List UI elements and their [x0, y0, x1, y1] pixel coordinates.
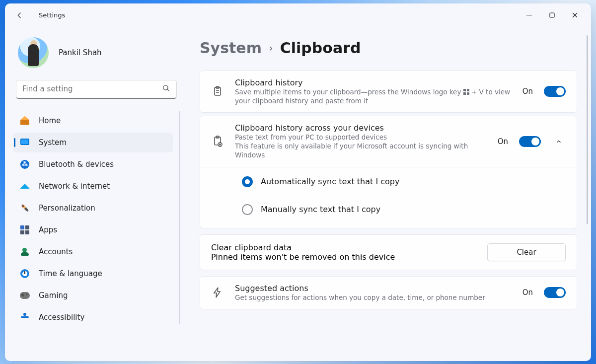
card-title: Clear clipboard data — [211, 243, 476, 252]
radio-label: Automatically sync text that I copy — [261, 177, 399, 186]
sidebar-scrollbar[interactable] — [179, 111, 180, 324]
nav-accessibility[interactable]: Accessibility — [13, 307, 173, 327]
card-desc-2: This feature is only available if your M… — [235, 142, 487, 159]
bluetooth-icon: ⁂ — [20, 159, 30, 169]
radio-icon — [242, 204, 253, 215]
toggle-state: On — [522, 87, 533, 96]
wifi-icon — [20, 181, 30, 191]
apps-icon — [20, 225, 30, 235]
nav-system[interactable]: System — [13, 133, 173, 152]
card-desc: Get suggestions for actions when you cop… — [235, 293, 512, 302]
toggle-sync[interactable] — [519, 136, 541, 147]
card-sync-header[interactable]: Clipboard history across your devices Pa… — [200, 116, 577, 167]
main-content: System › Clipboard Clipboard history Sav… — [188, 27, 591, 361]
breadcrumb: System › Clipboard — [200, 39, 577, 57]
card-desc: Save multiple items to your clipboard—pr… — [235, 87, 512, 105]
nav-label: Personalization — [39, 204, 95, 213]
svg-point-7 — [218, 143, 222, 146]
card-desc: Paste text from your PC to supported dev… — [235, 133, 487, 142]
sidebar: Pankil Shah Home System — [5, 27, 188, 361]
clipboard-sync-icon — [211, 136, 224, 147]
nav-accounts[interactable]: Accounts — [13, 242, 173, 262]
nav-label: Accessibility — [39, 313, 84, 322]
card-desc: Pinned items won't be removed on this de… — [211, 252, 476, 262]
brush-icon — [20, 203, 30, 213]
minimize-button[interactable] — [518, 6, 540, 24]
lightning-icon — [211, 287, 224, 298]
toggle-state: On — [522, 288, 533, 297]
radio-auto-sync[interactable]: Automatically sync text that I copy — [242, 176, 566, 187]
nav-label: Network & internet — [39, 182, 110, 191]
close-button[interactable] — [563, 6, 586, 24]
nav-label: Accounts — [39, 247, 73, 256]
svg-rect-1 — [550, 13, 554, 17]
nav-time[interactable]: Time & language — [13, 264, 173, 284]
breadcrumb-parent[interactable]: System — [200, 39, 262, 57]
system-icon — [20, 138, 30, 147]
toggle-state: On — [498, 137, 508, 146]
search-icon — [162, 84, 170, 94]
search-input[interactable] — [22, 84, 162, 93]
nav-list: Home System ⁂ Bluetooth & devices Networ… — [13, 111, 180, 327]
card-title: Suggested actions — [235, 284, 512, 293]
maximize-button[interactable] — [540, 6, 563, 24]
chevron-up-icon[interactable] — [552, 138, 566, 145]
clock-icon — [20, 269, 30, 279]
home-icon — [20, 116, 30, 126]
clipboard-icon — [211, 85, 224, 97]
card-title: Clipboard history — [235, 78, 512, 87]
nav-gaming[interactable]: Gaming — [13, 286, 173, 305]
card-clipboard-history: Clipboard history Save multiple items to… — [200, 71, 577, 113]
nav-personalization[interactable]: Personalization — [13, 198, 173, 218]
accessibility-icon — [20, 312, 30, 322]
main-scrollbar[interactable] — [587, 35, 588, 224]
toggle-clipboard-history[interactable] — [544, 86, 566, 97]
svg-point-2 — [163, 85, 168, 89]
user-name: Pankil Shah — [59, 48, 102, 57]
sync-options: Automatically sync text that I copy Manu… — [200, 167, 577, 228]
svg-rect-0 — [526, 15, 532, 15]
nav-network[interactable]: Network & internet — [13, 176, 173, 196]
chevron-right-icon: › — [269, 42, 273, 54]
person-icon — [20, 247, 30, 257]
breadcrumb-current: Clipboard — [280, 39, 361, 57]
radio-label: Manually sync text that I copy — [261, 205, 380, 214]
nav-label: Gaming — [39, 291, 68, 300]
window-controls — [518, 6, 586, 24]
nav-label: Time & language — [39, 269, 102, 278]
nav-bluetooth[interactable]: ⁂ Bluetooth & devices — [13, 154, 173, 174]
app-title: Settings — [39, 11, 65, 19]
settings-window: Settings Pankil Shah — [5, 3, 591, 361]
gamepad-icon — [20, 291, 30, 300]
titlebar: Settings — [5, 3, 591, 27]
card-title: Clipboard history across your devices — [235, 123, 487, 133]
nav-label: System — [39, 138, 67, 147]
card-suggested-actions: Suggested actions Get suggestions for ac… — [200, 276, 577, 309]
card-clear: Clear clipboard data Pinned items won't … — [200, 234, 577, 270]
avatar — [18, 37, 49, 68]
nav-label: Bluetooth & devices — [39, 160, 114, 169]
windows-key-icon — [463, 89, 469, 95]
nav-apps[interactable]: Apps — [13, 220, 173, 240]
profile-block[interactable]: Pankil Shah — [13, 37, 180, 80]
nav-label: Apps — [39, 225, 57, 234]
nav-home[interactable]: Home — [13, 111, 173, 131]
radio-manual-sync[interactable]: Manually sync text that I copy — [242, 204, 566, 215]
clear-button[interactable]: Clear — [487, 243, 566, 261]
nav-label: Home — [39, 116, 61, 125]
search-box[interactable] — [16, 80, 177, 99]
toggle-suggested[interactable] — [544, 287, 566, 298]
back-button[interactable] — [10, 5, 30, 25]
radio-icon — [242, 176, 253, 187]
